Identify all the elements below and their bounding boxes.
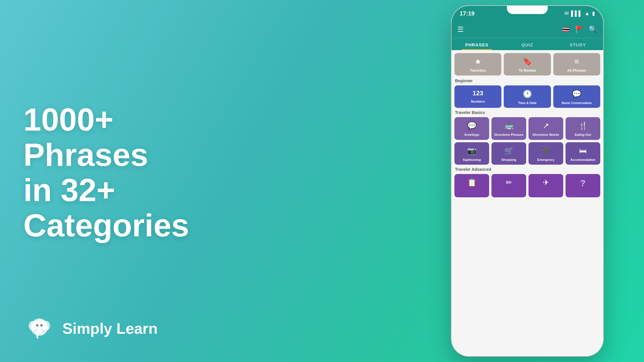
- eating-out-label: Eating Out: [575, 133, 591, 137]
- phone-mockup: 17:19 ✉ ▌▌▌ ▲ ▮ ☰ 🇹🇭 🚩 🔍 PHRASES QUIZ: [452, 6, 603, 356]
- traveler-basics-header: Traveler Basics: [455, 110, 600, 115]
- beginner-grid: 123 Numbers 🕐 Time & Date 💬 Basic Conver…: [454, 85, 600, 108]
- all-phrases-label: All Phrases: [567, 68, 586, 73]
- advanced-card-2[interactable]: ✏: [491, 174, 526, 197]
- advanced-card-3[interactable]: ✈: [528, 174, 563, 197]
- eating-out-card[interactable]: 🍴 Eating Out: [566, 117, 600, 140]
- emergency-icon: ➕: [541, 146, 551, 155]
- traveler-basics-grid: 💬 Greetings 🚌 Directions Phrases ↗ Direc…: [454, 117, 600, 140]
- advanced-icon-2: ✏: [506, 178, 512, 187]
- advanced-icon-1: 📋: [467, 178, 477, 187]
- conversation-icon: 💬: [572, 89, 581, 99]
- time-icon: 🕐: [523, 89, 532, 99]
- phone-notch: [507, 6, 548, 14]
- shopping-icon: 🛒: [504, 146, 514, 155]
- battery-icon: ▮: [592, 10, 595, 17]
- svg-point-7: [41, 325, 42, 326]
- traveler-advanced-row: 📋 ✏ ✈ ?: [454, 174, 600, 197]
- wifi-icon: ▲: [584, 10, 590, 17]
- app-name-label: Simply Learn: [62, 320, 158, 337]
- all-phrases-card[interactable]: ≡ All Phrases: [553, 53, 600, 75]
- search-icon[interactable]: 🔍: [589, 25, 597, 34]
- shopping-card[interactable]: 🛒 Shopping: [491, 142, 526, 165]
- directions-words-label: Directions Words: [533, 133, 559, 137]
- favorites-label: Favorites: [470, 68, 486, 73]
- tab-phrases[interactable]: PHRASES: [452, 38, 502, 50]
- bookmark-flag-icon[interactable]: 🚩: [575, 25, 584, 34]
- sightseeing-card[interactable]: 📷 Sightseeing: [454, 142, 489, 165]
- emergency-card[interactable]: ➕ Emergency: [528, 142, 563, 165]
- advanced-card-1[interactable]: 📋: [454, 174, 489, 197]
- directions-phrases-label: Directions Phrases: [494, 133, 524, 137]
- favorites-card[interactable]: ★ Favorites: [454, 53, 501, 75]
- advanced-icon-4: ?: [580, 178, 585, 188]
- tab-study[interactable]: STUDY: [553, 38, 603, 50]
- to-review-label: To Review: [519, 68, 536, 73]
- status-icons: ✉ ▌▌▌ ▲ ▮: [564, 10, 595, 17]
- email-status-icon: ✉: [564, 10, 569, 17]
- header-right-icons: 🇹🇭 🚩 🔍: [561, 24, 597, 34]
- beginner-section-header: Beginner: [455, 78, 600, 83]
- traveler-row2-grid: 📷 Sightseeing 🛒 Shopping ➕ Emergency 🛏 A…: [454, 142, 600, 165]
- menu-icon[interactable]: ☰: [457, 25, 464, 34]
- svg-point-6: [37, 325, 38, 326]
- elephant-logo: [23, 312, 55, 345]
- svg-point-3: [32, 320, 46, 333]
- logo-area: Simply Learn: [23, 312, 158, 345]
- accommodation-card[interactable]: 🛏 Accommodation: [566, 142, 600, 165]
- quick-access-row: ★ Favorites 🔖 To Review ≡ All Phrases: [454, 53, 600, 75]
- accommodation-label: Accommodation: [570, 158, 595, 162]
- directions-words-icon: ↗: [543, 121, 549, 130]
- basic-conversation-label: Basic Conversation: [562, 101, 592, 105]
- all-phrases-icon: ≡: [575, 57, 579, 66]
- left-panel: 1000+ Phrases in 32+ Categories: [23, 0, 242, 362]
- numbers-label: Numbers: [471, 99, 485, 103]
- hero-title: 1000+ Phrases in 32+ Categories: [23, 102, 242, 243]
- tab-quiz[interactable]: QUIZ: [502, 38, 552, 50]
- greetings-icon: 💬: [467, 121, 477, 130]
- time-date-label: Time & Date: [518, 101, 536, 105]
- app-header: ☰ 🇹🇭 🚩 🔍: [452, 21, 603, 38]
- directions-phrases-card[interactable]: 🚌 Directions Phrases: [491, 117, 526, 140]
- to-review-card[interactable]: 🔖 To Review: [504, 53, 551, 75]
- numbers-icon: 123: [473, 89, 483, 97]
- traveler-advanced-header: Traveler Advanced: [455, 167, 600, 172]
- sightseeing-icon: 📷: [467, 146, 477, 155]
- numbers-card[interactable]: 123 Numbers: [454, 85, 501, 108]
- status-time: 17:19: [460, 10, 475, 17]
- sightseeing-label: Sightseeing: [463, 158, 481, 162]
- time-date-card[interactable]: 🕐 Time & Date: [504, 85, 551, 108]
- app-tabs: PHRASES QUIZ STUDY: [452, 38, 603, 50]
- favorites-icon: ★: [475, 57, 481, 66]
- app-content: ★ Favorites 🔖 To Review ≡ All Phrases Be…: [452, 50, 603, 356]
- eating-out-icon: 🍴: [578, 121, 588, 130]
- advanced-card-4[interactable]: ?: [566, 174, 600, 197]
- greetings-card[interactable]: 💬 Greetings: [454, 117, 489, 140]
- basic-conversation-card[interactable]: 💬 Basic Conversation: [553, 85, 600, 108]
- directions-words-card[interactable]: ↗ Directions Words: [528, 117, 563, 140]
- accommodation-icon: 🛏: [579, 146, 587, 155]
- advanced-icon-3: ✈: [543, 178, 549, 187]
- to-review-icon: 🔖: [523, 57, 532, 66]
- directions-phrases-icon: 🚌: [504, 121, 514, 130]
- shopping-label: Shopping: [501, 158, 516, 162]
- signal-icon: ▌▌▌: [571, 10, 582, 17]
- language-flag[interactable]: 🇹🇭: [561, 24, 570, 34]
- emergency-label: Emergency: [537, 158, 554, 162]
- greetings-label: Greetings: [464, 133, 479, 137]
- phone-frame: 17:19 ✉ ▌▌▌ ▲ ▮ ☰ 🇹🇭 🚩 🔍 PHRASES QUIZ: [452, 6, 603, 356]
